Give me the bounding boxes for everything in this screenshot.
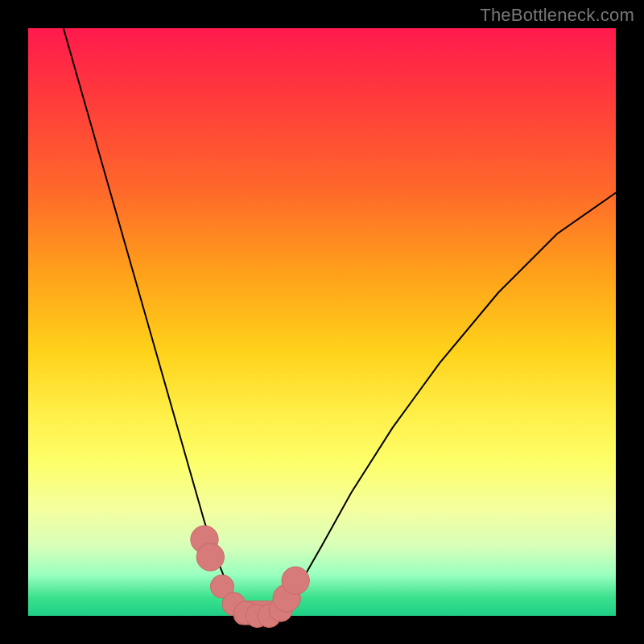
svg-point-9 [282,567,309,594]
chart-svg [28,28,616,616]
svg-point-1 [196,543,224,571]
left-curve [64,28,252,616]
watermark-text: TheBottleneck.com [480,5,634,26]
curve-markers [191,526,309,628]
plot-area [28,28,616,616]
chart-frame: TheBottleneck.com [0,0,644,644]
right-curve [275,192,616,616]
